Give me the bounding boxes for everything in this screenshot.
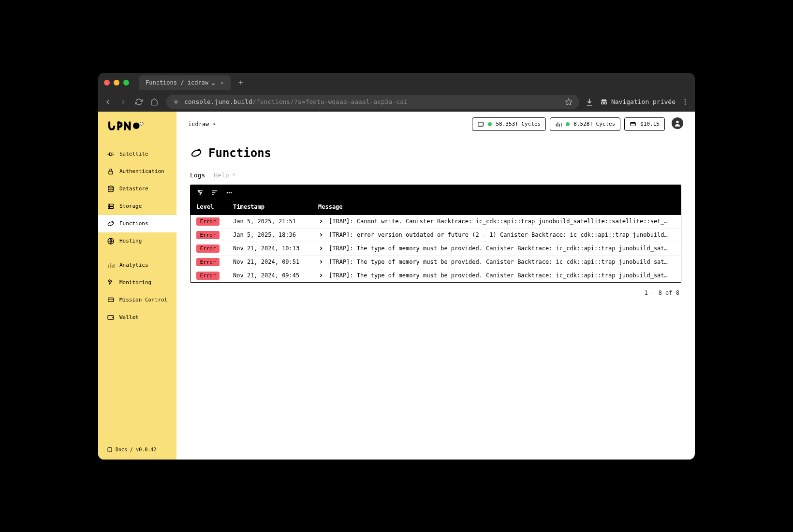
log-timestamp: Nov 21, 2024, 09:51 [233, 259, 318, 265]
browser-tab[interactable]: Functions / icdraw / Juno Con ✕ [139, 75, 231, 90]
avatar[interactable] [672, 117, 683, 129]
status-dot-icon [488, 122, 492, 126]
level-badge: Error [196, 244, 220, 253]
project-dropdown[interactable]: icdraw [188, 121, 217, 128]
log-timestamp: Nov 21, 2024, 09:45 [233, 272, 318, 279]
chevron-right-icon[interactable] [318, 273, 324, 278]
stats-pills: 58.353T Cycles 8.528T Cycles $10.15 [472, 117, 683, 131]
sort-icon[interactable] [211, 189, 219, 197]
logo[interactable] [98, 118, 176, 145]
nav-label: Wallet [119, 314, 139, 320]
log-row[interactable]: ErrorJan 5, 2025, 18:36[TRAP]: error_ver… [191, 229, 681, 242]
url-bar[interactable]: console.juno.build/functions/?s=fqotu-wq… [166, 95, 579, 109]
chevron-right-icon[interactable] [318, 245, 324, 251]
sidebar-item-mission-control[interactable]: Mission Control [98, 291, 176, 309]
nav-label: Monitoring [119, 279, 151, 286]
svg-point-26 [198, 149, 200, 150]
sidebar-item-analytics[interactable]: Analytics [98, 257, 176, 274]
storage-icon [107, 202, 115, 210]
new-tab-button[interactable]: + [238, 78, 243, 87]
cost-pill[interactable]: $10.15 [624, 117, 665, 131]
sidebar-item-datastore[interactable]: Datastore [98, 180, 176, 198]
svg-point-6 [685, 103, 686, 105]
analytics-icon [107, 261, 115, 269]
satellite-icon [107, 150, 115, 158]
tab-logs[interactable]: Logs [190, 172, 205, 179]
monitoring-icon [107, 279, 115, 287]
pagination: 1 - 8 of 8 [190, 283, 681, 303]
star-icon[interactable] [565, 98, 573, 106]
status-dot-icon [566, 122, 570, 126]
svg-point-31 [231, 192, 232, 193]
download-icon[interactable] [585, 98, 594, 106]
sidebar-item-monitoring[interactable]: Monitoring [98, 274, 176, 291]
log-row[interactable]: ErrorJan 5, 2025, 21:51[TRAP]: Cannot wr… [191, 215, 681, 229]
app-root: SatelliteAuthenticationDatastoreStorageF… [98, 112, 695, 460]
log-row[interactable]: ErrorNov 21, 2024, 10:13[TRAP]: The type… [191, 242, 681, 256]
site-settings-icon [173, 99, 179, 105]
svg-point-30 [229, 192, 230, 193]
address-bar-row: console.juno.build/functions/?s=fqotu-wq… [98, 92, 695, 112]
nav-label: Mission Control [119, 297, 167, 303]
nav-label: Datastore [119, 186, 148, 192]
svg-point-17 [112, 221, 113, 222]
close-window-button[interactable] [104, 80, 110, 86]
svg-point-2 [602, 102, 604, 104]
col-message: Message [318, 203, 675, 210]
kebab-menu-icon[interactable] [681, 98, 689, 106]
svg-point-8 [140, 122, 143, 125]
more-icon[interactable] [225, 189, 233, 197]
sidebar-item-satellite[interactable]: Satellite [98, 145, 176, 163]
cycles-pill-2[interactable]: 8.528T Cycles [550, 117, 620, 131]
sidebar-item-functions[interactable]: Functions [98, 215, 176, 232]
cycles-pill-1[interactable]: 58.353T Cycles [472, 117, 546, 131]
sidebar-item-authentication[interactable]: Authentication [98, 163, 176, 180]
close-tab-icon[interactable]: ✕ [220, 79, 224, 86]
reload-button[interactable] [135, 98, 145, 106]
svg-point-28 [200, 192, 202, 193]
browser-chrome: Functions / icdraw / Juno Con ✕ + consol… [98, 73, 695, 112]
datastore-icon [107, 185, 115, 193]
tab-title: Functions / icdraw / Juno Con [146, 79, 217, 86]
browser-window: Functions / icdraw / Juno Con ✕ + consol… [98, 73, 695, 460]
log-message: [TRAP]: The type of memory must be provi… [329, 245, 668, 252]
sidebar-item-storage[interactable]: Storage [98, 198, 176, 215]
svg-point-24 [676, 120, 678, 123]
nav-label: Functions [119, 220, 148, 227]
chevron-right-icon[interactable] [318, 232, 324, 238]
incognito-badge[interactable]: Navigation privée [600, 98, 676, 106]
svg-point-9 [109, 153, 112, 155]
log-row[interactable]: ErrorNov 21, 2024, 09:45[TRAP]: The type… [191, 269, 681, 282]
sidebar-item-hosting[interactable]: Hosting [98, 232, 176, 250]
sidebar-footer[interactable]: Docs / v0.0.42 [98, 440, 176, 460]
maximize-window-button[interactable] [123, 80, 129, 86]
svg-rect-23 [631, 122, 636, 126]
sub-tabs: Logs Help [190, 172, 681, 179]
wallet-icon [107, 314, 115, 321]
log-header: Level Timestamp Message [191, 201, 681, 215]
level-badge: Error [196, 258, 220, 266]
log-message: [TRAP]: The type of memory must be provi… [329, 272, 668, 279]
filter-icon[interactable] [196, 189, 204, 197]
forward-button[interactable] [119, 98, 129, 106]
svg-point-11 [108, 186, 114, 188]
nav-label: Hosting [119, 238, 142, 244]
functions-icon [190, 147, 203, 159]
tab-help[interactable]: Help [214, 172, 235, 179]
chevron-right-icon[interactable] [318, 218, 324, 224]
functions-icon [107, 220, 115, 228]
svg-point-15 [109, 207, 110, 208]
chevron-down-icon [212, 122, 217, 127]
minimize-window-button[interactable] [114, 80, 119, 86]
log-timestamp: Nov 21, 2024, 10:13 [233, 245, 318, 252]
home-button[interactable] [150, 98, 160, 106]
log-timestamp: Jan 5, 2025, 18:36 [233, 231, 318, 238]
chevron-right-icon[interactable] [318, 259, 324, 265]
back-button[interactable] [104, 98, 114, 106]
sidebar-item-wallet[interactable]: Wallet [98, 309, 176, 326]
log-row[interactable]: ErrorNov 21, 2024, 09:51[TRAP]: The type… [191, 256, 681, 269]
level-badge: Error [196, 231, 220, 239]
url-text: console.juno.build/functions/?s=fqotu-wq… [184, 98, 560, 105]
topbar: icdraw 58.353T Cycles 8.528T Cycles [176, 112, 695, 137]
main: icdraw 58.353T Cycles 8.528T Cycles [176, 112, 695, 460]
